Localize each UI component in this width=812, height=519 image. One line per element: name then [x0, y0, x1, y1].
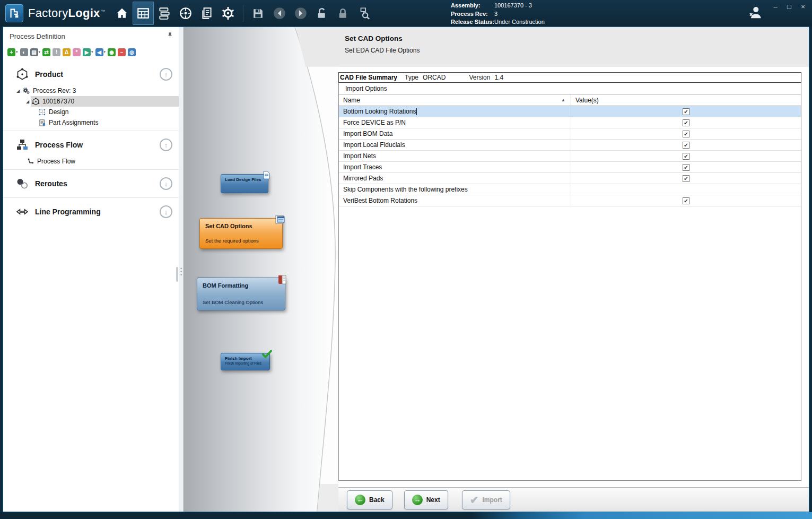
tree-label: Design	[49, 108, 68, 116]
workflow-curve	[184, 27, 338, 512]
workflow-step-finish-import[interactable]: Finish Import Finish Importing of Files	[221, 353, 270, 370]
expander-icon[interactable]: ◢	[24, 99, 31, 104]
option-checkbox[interactable]: ✔	[683, 164, 689, 171]
next-button[interactable]: → Next	[404, 490, 448, 509]
version-label: Version	[469, 74, 490, 81]
tree-node-assembly[interactable]: ◢ 100167370	[3, 96, 179, 107]
table-row[interactable]: Mirrored Pads✔	[339, 173, 801, 184]
flask-icon[interactable]: Δ	[63, 48, 71, 56]
remove-icon[interactable]: −	[118, 48, 126, 56]
sync-icon[interactable]: ◉	[108, 48, 116, 56]
name-column-header[interactable]: Name ▲	[339, 94, 571, 106]
sidebar-section-line-programming[interactable]: Line Programming ↓	[3, 201, 179, 223]
window-controls: – □ ×	[772, 3, 807, 11]
step-subtitle: Set the required options	[200, 238, 282, 248]
back-icon[interactable]	[269, 2, 290, 25]
table-row[interactable]: Import Local Fiducials✔	[339, 140, 801, 151]
option-value: ✔	[571, 106, 801, 117]
tree-node-process-rev[interactable]: ◢ Process Rev: 3	[3, 85, 179, 96]
panel-splitter[interactable]: •••	[179, 27, 184, 512]
values-column-header[interactable]: Value(s)	[571, 94, 801, 106]
print-icon[interactable]: ▤	[30, 48, 38, 56]
collapse-process-flow-button[interactable]: ↑	[160, 139, 172, 151]
option-checkbox[interactable]: ✔	[683, 131, 689, 137]
table-row[interactable]: Force DEVICE as P/N✔	[339, 117, 801, 128]
minimize-button[interactable]: –	[772, 3, 779, 11]
back-button[interactable]: ← Back	[347, 490, 392, 509]
maximize-button[interactable]: □	[785, 3, 793, 11]
reroutes-icon	[16, 177, 29, 190]
table-row[interactable]: Import BOM Data✔	[339, 128, 801, 140]
expand-line-programming-button[interactable]: ↓	[160, 205, 172, 218]
tree-node-design[interactable]: Design	[3, 107, 179, 117]
option-value: ✔	[571, 195, 801, 206]
options-table-body: Bottom Looking Rotations✔Force DEVICE as…	[339, 106, 801, 206]
flower-icon[interactable]: *	[73, 48, 81, 56]
table-row[interactable]: Import Nets✔	[339, 151, 801, 162]
add-icon[interactable]: +	[7, 48, 15, 56]
import-button[interactable]: ✔ Import	[462, 490, 510, 509]
option-checkbox[interactable]: ✔	[683, 119, 689, 126]
dropdown-caret-icon[interactable]: ▾	[16, 50, 18, 54]
toolbar-separator	[243, 5, 243, 22]
option-value: ✔	[571, 128, 801, 139]
home-icon[interactable]	[111, 2, 133, 25]
option-checkbox[interactable]: ✔	[683, 153, 689, 160]
settings-gear-icon[interactable]	[217, 2, 239, 25]
step-title: BOM Formatting	[197, 278, 285, 289]
swap-icon[interactable]: ⇄	[42, 48, 50, 56]
process-definition-icon[interactable]	[133, 2, 154, 25]
sidebar-section-process-flow[interactable]: Process Flow ↑	[3, 134, 179, 156]
options-table-header: Name ▲ Value(s)	[339, 94, 801, 106]
table-row[interactable]: Import Traces✔	[339, 162, 801, 173]
user-logout-icon[interactable]	[747, 4, 763, 22]
expand-reroutes-button[interactable]: ↓	[160, 177, 172, 190]
production-icon[interactable]	[175, 2, 196, 25]
tree-node-part-assignments[interactable]: Part Assignments	[3, 117, 179, 128]
dropdown-caret-icon[interactable]: ▾	[39, 50, 41, 54]
forward-icon[interactable]	[290, 2, 311, 25]
sidebar-section-product[interactable]: Product ↑	[3, 63, 179, 85]
step-subtitle: Finish Importing of Files	[221, 361, 269, 365]
documents-icon[interactable]	[196, 2, 217, 25]
export-icon[interactable]: ▶	[83, 48, 91, 56]
wizard-footer: ← Back → Next ✔ Import	[338, 487, 809, 512]
import-options-box: Import Options Name ▲ Value(s) Bottom Lo…	[338, 83, 801, 481]
lock-icon[interactable]	[333, 2, 354, 25]
materials-icon[interactable]	[154, 2, 175, 25]
pin-icon[interactable]	[167, 32, 173, 40]
audit-search-icon[interactable]	[354, 2, 375, 25]
table-row[interactable]: VeriBest Bottom Rotations✔	[339, 195, 801, 206]
next-arrow-icon: →	[412, 495, 423, 505]
type-label: Type	[405, 74, 418, 81]
collapse-product-button[interactable]: ↑	[160, 68, 172, 81]
table-row[interactable]: Bottom Looking Rotations✔	[339, 106, 801, 117]
option-value: ✔	[571, 162, 801, 172]
dropdown-caret-icon[interactable]: ▾	[104, 50, 106, 54]
option-checkbox[interactable]: ✔	[683, 175, 689, 182]
import-icon[interactable]: ◀	[95, 48, 103, 56]
unlock-icon[interactable]	[311, 2, 333, 25]
workflow-step-load-design-files[interactable]: Load Design Files	[221, 174, 268, 193]
assembly-value: 100167370 - 3	[494, 2, 532, 10]
table-row[interactable]: Skip Components with the following prefi…	[339, 184, 801, 195]
option-name: Mirrored Pads	[339, 173, 571, 184]
web-icon[interactable]: ◐	[20, 48, 28, 56]
option-checkbox[interactable]: ✔	[683, 197, 689, 204]
save-icon[interactable]	[248, 2, 269, 25]
divider	[3, 197, 179, 198]
close-button[interactable]: ×	[799, 3, 807, 11]
dropdown-caret-icon[interactable]: ▾	[91, 50, 93, 54]
sidebar-section-reroutes[interactable]: Reroutes ↓	[3, 172, 179, 195]
sidebar-scrollbar[interactable]	[176, 267, 178, 282]
expander-icon[interactable]: ◢	[15, 89, 21, 93]
summary-label: CAD File Summary	[339, 74, 397, 81]
key-icon[interactable]: !	[53, 48, 60, 56]
tree-node-process-flow[interactable]: Process Flow	[3, 156, 179, 167]
workflow-step-set-cad-options[interactable]: Set CAD Options Set the required options	[199, 218, 283, 249]
workflow-step-bom-formatting[interactable]: BOM Formatting Set BOM Cleaning Options	[197, 278, 285, 310]
info-icon[interactable]: ◎	[128, 48, 136, 56]
option-checkbox[interactable]: ✔	[683, 108, 689, 115]
workflow-canvas: Load Design Files Set CAD Options Set th…	[184, 27, 338, 512]
option-checkbox[interactable]: ✔	[683, 142, 689, 149]
